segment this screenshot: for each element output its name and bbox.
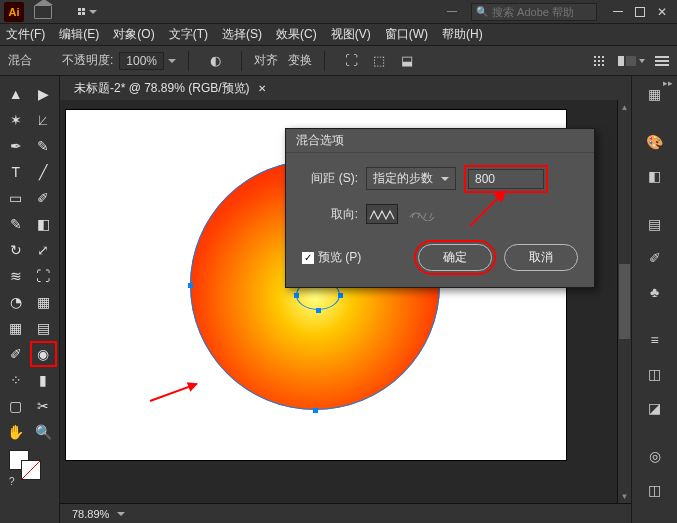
recolor-icon[interactable]: ◐ (205, 51, 225, 71)
zoom-dropdown-icon[interactable] (117, 512, 125, 516)
menu-window[interactable]: 窗口(W) (385, 26, 428, 43)
selection-handle[interactable] (313, 408, 318, 413)
symbol-sprayer-tool-icon[interactable]: ⁘ (3, 368, 29, 392)
selection-handle[interactable] (316, 308, 321, 313)
swatches-panel-icon[interactable]: ▤ (640, 212, 670, 236)
rectangle-tool-icon[interactable]: ▭ (3, 186, 29, 210)
menu-edit[interactable]: 编辑(E) (59, 26, 99, 43)
fill-stroke-swatch[interactable]: ? (3, 446, 56, 486)
menu-file[interactable]: 文件(F) (6, 26, 45, 43)
stroke-panel-icon[interactable]: ≡ (640, 328, 670, 352)
pen-tool-icon[interactable]: ✒ (3, 134, 29, 158)
width-tool-icon[interactable]: ≋ (3, 264, 29, 288)
grid-dots-icon[interactable] (594, 56, 604, 66)
brushes-panel-icon[interactable]: ✐ (640, 246, 670, 270)
scrollbar-thumb[interactable] (619, 264, 630, 339)
graphic-styles-panel-icon[interactable]: ◫ (640, 478, 670, 502)
minimize-button[interactable] (607, 2, 629, 22)
opacity-value[interactable]: 100% (119, 52, 164, 70)
menu-help[interactable]: 帮助(H) (442, 26, 483, 43)
search-input[interactable] (492, 6, 592, 18)
gradient-panel-icon[interactable]: ◫ (640, 362, 670, 386)
hand-tool-icon[interactable]: ✋ (3, 420, 29, 444)
search-box[interactable]: 🔍 (471, 3, 597, 21)
selection-handle[interactable] (338, 293, 343, 298)
align-label[interactable]: 对齐 (254, 52, 278, 69)
perspective-grid-tool-icon[interactable]: ▦ (31, 290, 57, 314)
search-icon: 🔍 (476, 6, 488, 17)
panel-layout-icon[interactable] (618, 56, 645, 66)
ok-button[interactable]: 确定 (418, 244, 492, 271)
blend-options-dialog: 混合选项 间距 (S): 指定的步数 800 取向: (285, 128, 595, 288)
divider-icon (447, 11, 457, 12)
workspace-switcher[interactable] (72, 3, 102, 21)
selection-tool-icon[interactable]: ▲ (3, 82, 29, 106)
menu-type[interactable]: 文字(T) (169, 26, 208, 43)
lasso-tool-icon[interactable]: ⟀ (31, 108, 57, 132)
orient-align-path-icon[interactable] (406, 204, 438, 224)
scroll-down-icon[interactable]: ▼ (618, 489, 631, 503)
slice-tool-icon[interactable]: ✂ (31, 394, 57, 418)
artboard-tool-icon[interactable]: ▢ (3, 394, 29, 418)
isolate-icon[interactable]: ⛶ (341, 51, 361, 71)
opacity-caret-icon[interactable] (168, 59, 176, 63)
gradient-tool-icon[interactable]: ▤ (31, 316, 57, 340)
preview-checkbox[interactable]: ✓预览 (P) (302, 249, 361, 266)
direct-selection-tool-icon[interactable]: ▶ (31, 82, 57, 106)
document-tab-title: 未标题-2* @ 78.89% (RGB/预览) (74, 80, 250, 97)
menu-object[interactable]: 对象(O) (113, 26, 154, 43)
appearance-panel-icon[interactable]: ◎ (640, 444, 670, 468)
tab-strip: 未标题-2* @ 78.89% (RGB/预览) ✕ (60, 76, 631, 100)
spacing-value-input[interactable]: 800 (468, 169, 544, 189)
rotate-tool-icon[interactable]: ↻ (3, 238, 29, 262)
eraser-tool-icon[interactable]: ◧ (31, 212, 57, 236)
scroll-up-icon[interactable]: ▲ (618, 100, 631, 114)
shape-builder-tool-icon[interactable]: ◔ (3, 290, 29, 314)
group-icon[interactable]: ⬚ (369, 51, 389, 71)
transparency-panel-icon[interactable]: ◪ (640, 396, 670, 420)
menubar: 文件(F) 编辑(E) 对象(O) 文字(T) 选择(S) 效果(C) 视图(V… (0, 24, 677, 46)
home-icon[interactable] (34, 5, 52, 19)
selection-handle[interactable] (188, 283, 193, 288)
symbols-panel-icon[interactable]: ♣ (640, 280, 670, 304)
help-icon[interactable]: ? (9, 476, 15, 487)
mesh-tool-icon[interactable]: ▦ (3, 316, 29, 340)
free-transform-tool-icon[interactable]: ⛶ (31, 264, 57, 288)
close-button[interactable] (651, 2, 673, 22)
transform-label[interactable]: 变换 (288, 52, 312, 69)
shaper-tool-icon[interactable]: ✎ (3, 212, 29, 236)
close-tab-icon[interactable]: ✕ (258, 83, 266, 94)
object-type-label: 混合 (8, 52, 32, 69)
type-tool-icon[interactable]: T (3, 160, 29, 184)
column-graph-tool-icon[interactable]: ▮ (31, 368, 57, 392)
toolbox: ▲ ▶ ✶ ⟀ ✒ ✎ T ╱ ▭ ✐ ✎ ◧ ↻ ⤢ ≋ ⛶ ◔ ▦ ▦ ▤ … (0, 76, 60, 523)
dialog-title: 混合选项 (286, 129, 594, 153)
magic-wand-tool-icon[interactable]: ✶ (3, 108, 29, 132)
color-guide-panel-icon[interactable]: ◧ (640, 164, 670, 188)
menu-select[interactable]: 选择(S) (222, 26, 262, 43)
document-area: 未标题-2* @ 78.89% (RGB/预览) ✕ 混合选项 (60, 76, 631, 523)
paintbrush-tool-icon[interactable]: ✐ (31, 186, 57, 210)
zoom-level[interactable]: 78.89% (68, 508, 113, 520)
eyedropper-tool-icon[interactable]: ✐ (3, 342, 29, 366)
orient-align-page-icon[interactable] (366, 204, 398, 224)
cancel-button[interactable]: 取消 (504, 244, 578, 271)
selection-handle[interactable] (294, 293, 299, 298)
spacing-mode-select[interactable]: 指定的步数 (366, 167, 456, 190)
line-tool-icon[interactable]: ╱ (31, 160, 57, 184)
document-tab[interactable]: 未标题-2* @ 78.89% (RGB/预览) ✕ (68, 76, 272, 100)
zoom-tool-icon[interactable]: 🔍 (31, 420, 57, 444)
maximize-button[interactable] (629, 2, 651, 22)
curvature-tool-icon[interactable]: ✎ (31, 134, 57, 158)
canvas[interactable]: 混合选项 间距 (S): 指定的步数 800 取向: (60, 100, 631, 503)
ungroup-icon[interactable]: ⬓ (397, 51, 417, 71)
menu-effect[interactable]: 效果(C) (276, 26, 317, 43)
vertical-scrollbar[interactable]: ▲ ▼ (617, 100, 631, 503)
blend-tool-icon[interactable]: ◉ (31, 342, 57, 366)
properties-panel-icon[interactable]: ▦ (640, 82, 670, 106)
color-panel-icon[interactable]: 🎨 (640, 130, 670, 154)
scale-tool-icon[interactable]: ⤢ (31, 238, 57, 262)
right-panel-dock: ▸▸ ▦ 🎨 ◧ ▤ ✐ ♣ ≡ ◫ ◪ ◎ ◫ ▥ ⇪ ▢ (631, 76, 677, 523)
panel-menu-icon[interactable] (655, 56, 669, 66)
menu-view[interactable]: 视图(V) (331, 26, 371, 43)
